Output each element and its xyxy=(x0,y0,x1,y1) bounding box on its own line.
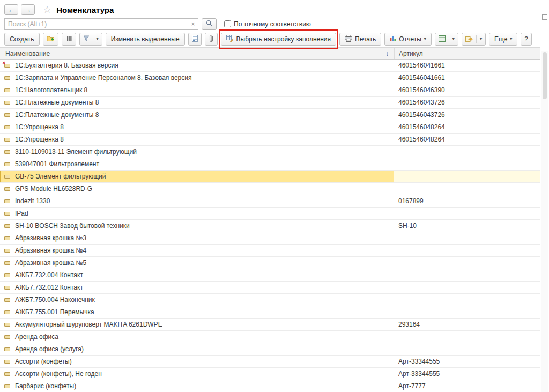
item-icon xyxy=(4,335,10,339)
column-header-name[interactable]: Наименование ↓ xyxy=(0,48,394,59)
row-sku-text: Арт-33344555 xyxy=(398,358,440,365)
item-icon xyxy=(4,138,10,142)
list-view-button[interactable] xyxy=(188,33,202,46)
table-row[interactable]: АЖБ7.732.012 Контакт xyxy=(0,282,540,294)
table-row[interactable]: АЖБ7.755.001 Перемычка xyxy=(0,306,540,319)
filter-dropdown-button[interactable]: ▾ xyxy=(79,33,102,46)
export-table-dropdown-button[interactable]: ▾ xyxy=(435,33,458,46)
more-dropdown-button[interactable]: Еще ▾ xyxy=(489,33,517,46)
table-row[interactable]: Ассорти (конфеты), Не годен Арт-33344555 xyxy=(0,368,540,380)
table-row[interactable]: 1С:Бухгалтерия 8. Базовая версия 4601546… xyxy=(0,60,540,72)
button-divider xyxy=(476,35,477,43)
row-name-cell: 1С:Зарплата и Управление Персоналом 8. Б… xyxy=(0,72,394,84)
scrollbar-thumb[interactable] xyxy=(543,52,547,99)
table-row[interactable]: 539047001 Фильтроэлемент xyxy=(0,158,540,171)
create-group-button[interactable] xyxy=(43,33,58,46)
column-name-label: Наименование xyxy=(5,50,50,57)
item-icon xyxy=(4,360,10,364)
search-input[interactable] xyxy=(5,19,188,29)
table-row[interactable]: Абразивная крошка №5 xyxy=(0,257,540,269)
chevron-down-icon: ▾ xyxy=(510,37,512,41)
row-sku-text: 0167899 xyxy=(398,197,424,205)
table-row[interactable]: Барбарис (конфеты) Арт-7777 xyxy=(0,380,540,392)
fill-setting-button[interactable]: Выбрать настройку заполнения xyxy=(221,33,336,46)
row-name-text: Аккумуляторный шуруповерт MAKITA 6261DWP… xyxy=(15,321,162,328)
row-name-text: 1С:Платежные документы 8 xyxy=(15,111,99,119)
row-name-cell: Аренда офиса (услуга) xyxy=(0,343,394,355)
table-row[interactable]: GB-75 Элемент фильтрующий xyxy=(0,171,540,183)
row-sku-cell: 4601546048264 xyxy=(394,121,540,133)
table-row[interactable]: Ассорти (конфеты) Арт-33344555 xyxy=(0,356,540,368)
table-row[interactable]: SH-10 BOSCH Завод бытовой техники SH-10 xyxy=(0,220,540,232)
row-sku-cell xyxy=(394,171,540,182)
table-row[interactable]: 1С:Упрощенка 8 4601546048264 xyxy=(0,121,540,134)
table-row[interactable]: Абразивная крошка №3 xyxy=(0,232,540,245)
favorite-star-icon[interactable]: ☆ xyxy=(43,5,51,14)
forward-button[interactable]: → xyxy=(21,4,35,15)
item-icon xyxy=(4,224,10,228)
row-name-text: 1С:Зарплата и Управление Персоналом 8. Б… xyxy=(15,74,191,82)
clear-search-button[interactable]: × xyxy=(188,19,198,29)
row-name-cell: 1С:Налогоплательщик 8 xyxy=(0,84,394,96)
table-row[interactable]: 1С:Упрощенка 8 4601546048264 xyxy=(0,134,540,146)
row-name-text: Аренда офиса (услуга) xyxy=(15,345,84,353)
reports-dropdown-button[interactable]: Отчеты ▾ xyxy=(384,33,432,46)
table-row[interactable]: Аренда офиса xyxy=(0,331,540,343)
attachments-button[interactable] xyxy=(205,33,218,46)
row-name-cell: 1С:Платежные документы 8 xyxy=(0,97,394,108)
table-row[interactable]: 1С:Налогоплательщик 8 4601546046390 xyxy=(0,84,540,97)
nomenclature-table: Наименование ↓ Артикул 1С:Бухгалтерия 8.… xyxy=(0,47,540,392)
send-dropdown-button[interactable]: ▾ xyxy=(462,33,486,46)
chevron-down-icon: ▾ xyxy=(97,37,99,41)
row-name-cell: АЖБ7.750.004 Наконечник xyxy=(0,294,394,306)
row-name-cell: 1С:Платежные документы 8 xyxy=(0,109,394,121)
reports-chart-icon xyxy=(390,35,396,43)
column-header-sku[interactable]: Артикул xyxy=(394,48,540,59)
create-button-label: Создать xyxy=(10,35,34,43)
top-navigation-bar: ← → ☆ Номенклатура xyxy=(0,0,549,16)
table-row[interactable]: IPad xyxy=(0,208,540,220)
row-name-text: АЖБ7.750.004 Наконечник xyxy=(15,296,95,304)
table-row[interactable]: АЖБ7.750.004 Наконечник xyxy=(0,294,540,306)
table-row[interactable]: АЖБ7.732.004 Контакт xyxy=(0,269,540,282)
row-name-text: GB-75 Элемент фильтрующий xyxy=(15,173,106,180)
item-icon xyxy=(4,310,10,314)
table-row[interactable]: 3110-1109013-11 Элемент фильтрующий xyxy=(0,146,540,158)
row-sku-cell: 4601546041661 xyxy=(394,60,540,71)
vertical-scrollbar[interactable] xyxy=(541,51,548,392)
row-name-cell: SH-10 BOSCH Завод бытовой техники xyxy=(0,220,394,232)
table-row[interactable]: 1С:Платежные документы 8 4601546043726 xyxy=(0,97,540,109)
row-sku-cell: Арт-33344555 xyxy=(394,368,540,380)
table-row[interactable]: 1С:Зарплата и Управление Персоналом 8. Б… xyxy=(0,72,540,84)
row-name-text: АЖБ7.732.004 Контакт xyxy=(15,271,83,279)
row-name-cell: 1С:Упрощенка 8 xyxy=(0,134,394,145)
help-button[interactable]: ? xyxy=(521,33,532,46)
search-button[interactable] xyxy=(202,18,217,30)
row-name-text: АЖБ7.732.012 Контакт xyxy=(15,284,83,291)
back-button[interactable]: ← xyxy=(4,4,18,15)
row-name-text: Ассорти (конфеты) xyxy=(15,358,72,365)
print-button[interactable]: Печать xyxy=(339,33,381,46)
table-row[interactable]: Абразивная крошка №4 xyxy=(0,245,540,257)
edit-selected-button[interactable]: Изменить выделенные xyxy=(106,33,185,46)
exact-match-checkbox[interactable] xyxy=(224,20,231,27)
top-right-checkbox[interactable] xyxy=(542,14,547,20)
table-row[interactable]: 1С:Платежные документы 8 4601546043726 xyxy=(0,109,540,121)
toolbar-right-group: Еще ▾ ? xyxy=(489,33,532,46)
row-name-cell: GB-75 Элемент фильтрующий xyxy=(0,171,394,182)
printer-icon xyxy=(345,35,352,43)
search-row: × По точному соответствию xyxy=(0,16,549,31)
create-button[interactable]: Создать xyxy=(4,33,40,46)
row-name-text: 1С:Платежные документы 8 xyxy=(15,99,99,106)
table-row[interactable]: Аккумуляторный шуруповерт MAKITA 6261DWP… xyxy=(0,319,540,331)
toolbar: Создать ▾ Изменить выделенные Выбрать на… xyxy=(0,31,549,48)
row-name-text: 1С:Упрощенка 8 xyxy=(15,123,64,131)
barcode-button[interactable] xyxy=(62,33,76,46)
table-row[interactable]: GPS Module HL6528RD-G xyxy=(0,183,540,195)
exact-match-checkbox-label[interactable]: По точному соответствию xyxy=(224,20,311,28)
row-sku-text: 4601546046390 xyxy=(398,86,445,94)
row-sku-cell xyxy=(394,269,540,281)
table-row[interactable]: Indezit 1330 0167899 xyxy=(0,195,540,208)
table-row[interactable]: Аренда офиса (услуга) xyxy=(0,343,540,356)
row-name-text: Абразивная крошка №4 xyxy=(15,247,86,254)
